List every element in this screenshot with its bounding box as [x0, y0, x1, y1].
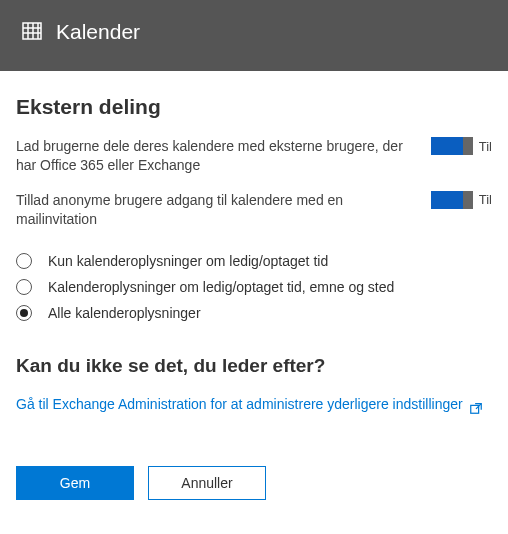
external-link-icon[interactable] — [469, 401, 483, 418]
button-row: Gem Annuller — [16, 466, 492, 500]
calendar-icon — [20, 18, 44, 45]
radio-icon[interactable] — [16, 305, 32, 321]
radio-group-calendar-detail: Kun kalenderoplysninger om ledig/optaget… — [16, 253, 492, 321]
radio-option-freebusy[interactable]: Kun kalenderoplysninger om ledig/optaget… — [16, 253, 492, 269]
toggle-anonymous-access[interactable]: Til — [431, 191, 492, 209]
toggle-switch[interactable] — [431, 137, 473, 155]
toggle-state-text: Til — [479, 139, 492, 154]
section-title: Ekstern deling — [16, 95, 492, 119]
setting-anonymous-access: Tillad anonyme brugere adgang til kalend… — [16, 191, 492, 229]
cancel-button[interactable]: Annuller — [148, 466, 266, 500]
toggle-state-text: Til — [479, 192, 492, 207]
radio-option-all[interactable]: Alle kalenderoplysninger — [16, 305, 492, 321]
svg-rect-6 — [470, 405, 478, 413]
radio-icon[interactable] — [16, 279, 32, 295]
content-area: Ekstern deling Lad brugerne dele deres k… — [0, 71, 508, 520]
page-title: Kalender — [56, 20, 140, 44]
setting-label: Tillad anonyme brugere adgang til kalend… — [16, 191, 411, 229]
exchange-admin-link[interactable]: Gå til Exchange Administration for at ad… — [16, 395, 463, 415]
toggle-switch[interactable] — [431, 191, 473, 209]
radio-label: Kun kalenderoplysninger om ledig/optaget… — [48, 253, 328, 269]
save-button[interactable]: Gem — [16, 466, 134, 500]
exchange-admin-link-row: Gå til Exchange Administration for at ad… — [16, 395, 492, 418]
help-title: Kan du ikke se det, du leder efter? — [16, 355, 492, 377]
radio-option-freebusy-subject-location[interactable]: Kalenderoplysninger om ledig/optaget tid… — [16, 279, 492, 295]
radio-label: Kalenderoplysninger om ledig/optaget tid… — [48, 279, 394, 295]
page-header: Kalender — [0, 0, 508, 71]
radio-label: Alle kalenderoplysninger — [48, 305, 201, 321]
setting-share-external: Lad brugerne dele deres kalendere med ek… — [16, 137, 492, 175]
toggle-share-external[interactable]: Til — [431, 137, 492, 155]
radio-icon[interactable] — [16, 253, 32, 269]
setting-label: Lad brugerne dele deres kalendere med ek… — [16, 137, 411, 175]
